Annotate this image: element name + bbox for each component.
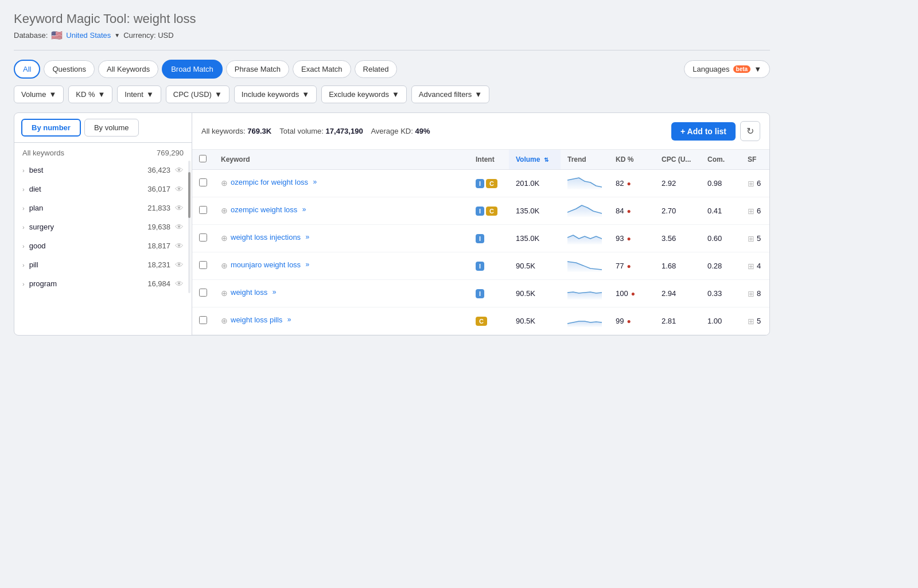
keyword-link[interactable]: ⊕ ozempic for weight loss » [221, 177, 462, 189]
tab-all[interactable]: All [14, 60, 40, 79]
refresh-button[interactable]: ↻ [740, 121, 760, 141]
sidebar-item[interactable]: › diet 36,017 👁 [14, 180, 192, 198]
kd-indicator-icon: ● [627, 207, 631, 215]
sidebar-item[interactable]: › plan 21,833 👁 [14, 198, 192, 217]
toggle-by-number[interactable]: By number [21, 119, 81, 137]
volume-cell: 201.0K [509, 170, 561, 197]
filter-advanced[interactable]: Advanced filters ▼ [411, 85, 489, 103]
row-checkbox[interactable] [199, 233, 207, 242]
eye-icon[interactable]: 👁 [175, 279, 184, 289]
filter-exclude-label: Exclude keywords [329, 90, 389, 99]
sidebar-item-chevron-icon: › [22, 205, 25, 212]
keyword-cell: ⊕ weight loss » [214, 280, 469, 307]
keyword-link[interactable]: ⊕ mounjaro weight loss » [221, 260, 462, 272]
add-to-list-button[interactable]: + Add to list [671, 122, 736, 141]
cpc-cell: 3.56 [655, 225, 701, 252]
keyword-cell: ⊕ mounjaro weight loss » [214, 252, 469, 280]
toggle-by-volume[interactable]: By volume [84, 119, 139, 137]
sidebar-item-label: diet [29, 185, 41, 193]
row-checkbox[interactable] [199, 178, 207, 186]
add-keyword-icon: ⊕ [221, 260, 228, 272]
col-intent-header[interactable]: Intent [469, 150, 509, 170]
sf-serp-icon[interactable]: ⊞ [748, 317, 754, 326]
sidebar-item[interactable]: › best 36,423 👁 [14, 161, 192, 180]
sidebar-item[interactable]: › pill 18,231 👁 [14, 255, 192, 274]
col-cpc-header[interactable]: CPC (U... [655, 150, 701, 170]
keyword-link[interactable]: ⊕ ozempic weight loss » [221, 205, 462, 217]
col-trend-header[interactable]: Trend [561, 150, 609, 170]
sf-number: 8 [757, 289, 761, 298]
filter-kd[interactable]: KD % ▼ [68, 85, 112, 103]
volume-cell: 90.5K [509, 252, 561, 280]
trend-chart [567, 203, 602, 217]
kd-value: 84 ● [616, 207, 648, 215]
col-checkbox-header [192, 150, 214, 170]
tab-exact-match[interactable]: Exact Match [293, 60, 351, 78]
eye-icon[interactable]: 👁 [175, 222, 184, 232]
row-checkbox[interactable] [199, 206, 207, 214]
country-link[interactable]: United States [66, 31, 111, 40]
row-checkbox[interactable] [199, 316, 207, 324]
row-checkbox-cell [192, 225, 214, 252]
languages-button[interactable]: Languages beta ▼ [684, 60, 770, 78]
country-dropdown-icon[interactable]: ▼ [114, 32, 120, 38]
row-checkbox[interactable] [199, 289, 207, 297]
sidebar-item-left: › pill [22, 260, 38, 269]
sidebar-item-left: › program [22, 279, 57, 288]
keyword-link[interactable]: ⊕ weight loss injections » [221, 232, 462, 244]
sidebar-item[interactable]: › good 18,817 👁 [14, 236, 192, 255]
intent-cell: I [469, 225, 509, 252]
col-kd-header[interactable]: KD % [609, 150, 655, 170]
kd-number: 84 [616, 207, 624, 215]
row-checkbox[interactable] [199, 261, 207, 269]
avg-kd-value: 49% [415, 127, 430, 135]
filters-row: Volume ▼ KD % ▼ Intent ▼ CPC (USD) ▼ Inc… [14, 85, 770, 103]
filter-cpc[interactable]: CPC (USD) ▼ [166, 85, 230, 103]
keyword-link[interactable]: ⊕ weight loss pills » [221, 315, 462, 327]
sf-number: 4 [757, 262, 761, 270]
col-keyword-header[interactable]: Keyword [214, 150, 469, 170]
keyword-link[interactable]: ⊕ weight loss » [221, 287, 462, 299]
sidebar-item-count: 21,833 [147, 204, 170, 212]
filter-volume[interactable]: Volume ▼ [14, 85, 64, 103]
volume-sort-icon: ⇅ [544, 157, 549, 163]
scrollbar-thumb[interactable] [188, 172, 190, 218]
sf-serp-icon[interactable]: ⊞ [748, 179, 754, 188]
eye-icon[interactable]: 👁 [175, 165, 184, 175]
com-cell: 0.98 [701, 170, 741, 197]
sf-serp-icon[interactable]: ⊞ [748, 289, 754, 298]
col-volume-header[interactable]: Volume ⇅ [509, 150, 561, 170]
tab-related[interactable]: Related [355, 60, 398, 78]
tab-broad-match[interactable]: Broad Match [162, 60, 223, 79]
col-sf-header[interactable]: SF [741, 150, 769, 170]
sidebar-item-left: › diet [22, 185, 41, 193]
filter-intent[interactable]: Intent ▼ [117, 85, 161, 103]
sidebar-item[interactable]: › program 16,984 👁 [14, 274, 192, 293]
all-kw-value: 769.3K [247, 127, 271, 135]
eye-icon[interactable]: 👁 [175, 184, 184, 194]
sidebar-item[interactable]: › surgery 19,638 👁 [14, 217, 192, 236]
action-icons: ⊞ 6 [748, 179, 763, 188]
filter-exclude[interactable]: Exclude keywords ▼ [321, 85, 407, 103]
tab-phrase-match[interactable]: Phrase Match [226, 60, 289, 78]
eye-icon[interactable]: 👁 [175, 241, 184, 251]
sf-serp-icon[interactable]: ⊞ [748, 234, 754, 243]
sf-serp-icon[interactable]: ⊞ [748, 262, 754, 271]
kd-indicator-icon: ● [627, 235, 631, 243]
col-com-header[interactable]: Com. [701, 150, 741, 170]
sidebar-col2: 769,290 [157, 149, 184, 157]
eye-icon[interactable]: 👁 [175, 203, 184, 213]
sf-serp-icon[interactable]: ⊞ [748, 207, 754, 216]
sidebar-item-count: 36,423 [147, 166, 170, 174]
sidebar-list: › best 36,423 👁 › diet 36,017 👁 › plan 2… [14, 161, 192, 293]
sidebar-item-right: 36,423 👁 [147, 165, 184, 175]
keyword-text: weight loss injections [231, 232, 301, 243]
filter-include[interactable]: Include keywords ▼ [234, 85, 317, 103]
eye-icon[interactable]: 👁 [175, 260, 184, 270]
intent-badges: I [476, 262, 502, 271]
tab-all-keywords[interactable]: All Keywords [98, 60, 158, 78]
tab-questions[interactable]: Questions [44, 60, 95, 78]
volume-cell: 135.0K [509, 225, 561, 252]
intent-cell: I [469, 252, 509, 280]
select-all-checkbox[interactable] [199, 155, 207, 162]
